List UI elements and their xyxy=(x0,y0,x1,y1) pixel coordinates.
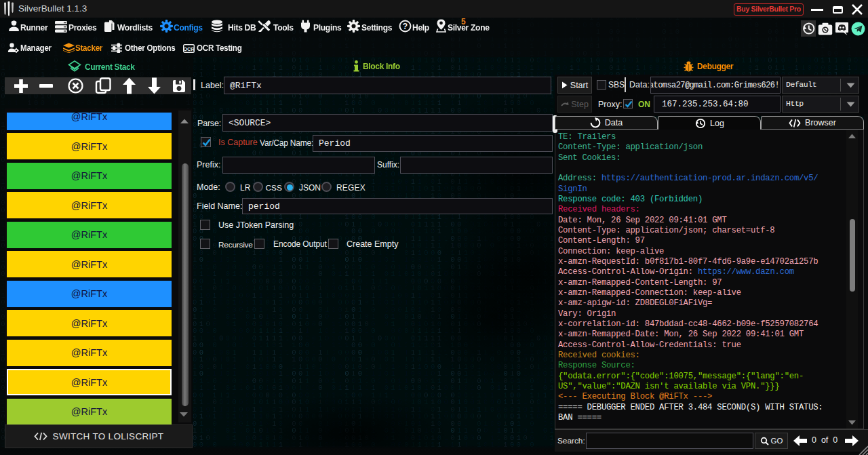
svg-text:?: ? xyxy=(403,22,408,31)
svg-text:OCR: OCR xyxy=(183,46,195,52)
